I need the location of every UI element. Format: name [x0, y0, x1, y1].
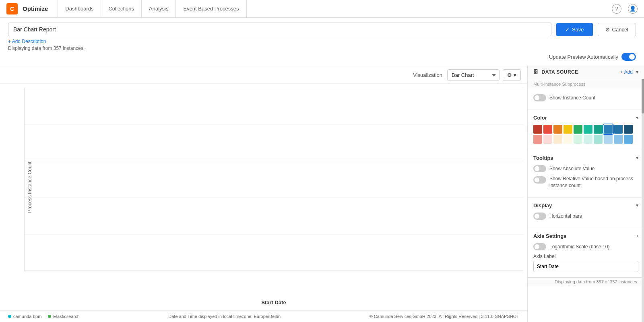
color-swatch[interactable] [594, 125, 603, 134]
color-section-title: Color [533, 115, 547, 121]
chevron-down-icon: ▾ [514, 72, 516, 78]
panel-header: 🗄 DATA SOURCE + Add ▾ [528, 65, 644, 79]
color-swatch[interactable] [553, 135, 562, 144]
color-swatch[interactable] [543, 125, 552, 134]
content-row: Visualization Bar Chart ⚙ ▾ Process Inst… [0, 65, 644, 322]
panel-header-right: + Add ▾ [620, 69, 638, 75]
cancel-button[interactable]: ⊘ Cancel [598, 23, 636, 36]
nav-event-based[interactable]: Event Based Processes [176, 0, 246, 17]
legend-dot-elasticsearch [48, 315, 51, 318]
color-swatch[interactable] [553, 125, 562, 134]
chart-footer: camunda-bpm Elasticsearch Date and Time … [0, 310, 527, 322]
color-swatch[interactable] [614, 135, 623, 144]
color-swatch[interactable] [574, 125, 582, 134]
legend-label-elasticsearch: Elasticsearch [53, 314, 79, 319]
tooltips-collapse-icon[interactable]: ▾ [636, 155, 638, 161]
bottom-status: Displaying data from 357 of 357 instance… [528, 277, 644, 286]
datasource-label: DATA SOURCE [542, 69, 578, 75]
gear-icon: ⚙ [507, 72, 512, 78]
color-swatch[interactable] [543, 135, 552, 144]
color-swatch[interactable] [584, 135, 592, 144]
show-absolute-toggle[interactable] [533, 165, 546, 172]
tooltips-section-title: Tooltips [533, 155, 553, 161]
topnav-actions: ? 👤 [612, 4, 638, 14]
show-absolute-label: Show Absolute Value [549, 166, 595, 171]
logarithmic-toggle[interactable] [533, 243, 546, 250]
bar-chart-svg: 0 1 2 3 4 5 [24, 88, 523, 286]
legend-camunda: camunda-bpm [8, 314, 41, 319]
axis-settings-expand-icon[interactable]: › [637, 233, 638, 238]
color-swatch[interactable] [594, 135, 603, 144]
scrollbar[interactable] [642, 65, 644, 322]
color-swatch[interactable] [614, 125, 623, 134]
footer-legend: camunda-bpm Elasticsearch [8, 314, 80, 319]
legend-dot-camunda [8, 315, 11, 318]
viz-controls: Visualization Bar Chart ⚙ ▾ [0, 65, 527, 84]
show-relative-label: Show Relative Value based on process ins… [549, 175, 638, 189]
cancel-icon: ⊘ [605, 27, 610, 33]
app-logo: C [6, 3, 18, 14]
display-section: Display ▾ Horizontal bars [528, 198, 644, 228]
expand-icon[interactable]: ▾ [636, 69, 638, 75]
app-brand: Optimize [23, 5, 48, 12]
show-relative-toggle[interactable] [533, 176, 546, 184]
viz-label: Visualization [413, 72, 442, 78]
viz-gear-button[interactable]: ⚙ ▾ [503, 69, 521, 81]
x-axis-label: Start Date [261, 299, 286, 305]
color-swatch[interactable] [584, 125, 592, 134]
color-swatch[interactable] [533, 135, 542, 144]
topnav: C Optimize Dashboards Collections Analys… [0, 0, 644, 18]
main-area: ✓ Save ⊘ Cancel + Add Description Displa… [0, 18, 644, 322]
timezone-note: Date and Time displayed in local timezon… [168, 314, 281, 319]
color-swatch[interactable] [624, 135, 633, 144]
right-panel: 🗄 DATA SOURCE + Add ▾ Multi-Instance Sub… [527, 65, 644, 322]
tooltips-section: Tooltips ▾ Show Absolute Value Show Rela… [528, 150, 644, 198]
user-icon[interactable]: 👤 [628, 4, 638, 14]
show-instance-count-section: Show Instance Count [528, 89, 644, 110]
color-swatch[interactable] [624, 125, 633, 134]
datasource-icon: 🗄 [533, 69, 539, 75]
horizontal-bars-toggle[interactable] [533, 213, 546, 220]
nav-analysis[interactable]: Analysis [142, 0, 176, 17]
legend-label-camunda: camunda-bpm [13, 314, 41, 319]
chart-area: Visualization Bar Chart ⚙ ▾ Process Inst… [0, 65, 527, 322]
display-collapse-icon[interactable]: ▾ [636, 203, 638, 208]
color-swatch[interactable] [564, 125, 572, 134]
legend-elasticsearch: Elasticsearch [48, 314, 79, 319]
report-header: ✓ Save ⊘ Cancel + Add Description Displa… [0, 18, 644, 65]
subheader-text: Multi-Instance Subprocess [528, 79, 644, 89]
preview-label: Update Preview Automatically [549, 54, 618, 60]
add-description-link[interactable]: + Add Description [8, 39, 46, 44]
chart-container: Process Instance Count Start Date 0 [0, 84, 527, 310]
color-swatch[interactable] [574, 135, 582, 144]
horizontal-bars-label: Horizontal bars [549, 213, 582, 219]
color-swatch[interactable] [604, 125, 613, 134]
viz-select[interactable]: Bar Chart [447, 69, 500, 81]
color-swatch[interactable] [604, 135, 613, 144]
save-button[interactable]: ✓ Save [556, 23, 593, 36]
color-swatch[interactable] [533, 125, 542, 134]
nav-collections[interactable]: Collections [101, 0, 142, 17]
check-icon: ✓ [565, 27, 570, 33]
data-info: Displaying data from 357 instances. [8, 45, 636, 51]
report-title-input[interactable] [8, 23, 551, 36]
help-icon[interactable]: ? [612, 4, 621, 14]
show-instance-count-toggle[interactable] [533, 94, 546, 101]
color-section: Color ▾ [528, 110, 644, 150]
panel-header-left: 🗄 DATA SOURCE [533, 69, 578, 75]
color-swatch[interactable] [564, 135, 572, 144]
display-section-title: Display [533, 202, 552, 208]
chart-inner: Process Instance Count Start Date 0 [24, 88, 523, 286]
nav-dashboards[interactable]: Dashboards [58, 0, 101, 17]
color-collapse-icon[interactable]: ▾ [636, 115, 638, 120]
logarithmic-label: Logarithmic Scale (base 10) [549, 244, 609, 250]
axis-label-title: Axis Label [533, 254, 638, 259]
add-datasource-btn[interactable]: + Add [620, 69, 633, 75]
y-axis-label: Process Instance Count [27, 161, 33, 213]
axis-settings-title: Axis Settings [533, 233, 566, 239]
axis-label-input[interactable] [533, 261, 638, 272]
color-swatches [533, 125, 638, 144]
nav-links: Dashboards Collections Analysis Event Ba… [58, 0, 246, 17]
show-instance-count-label: Show Instance Count [549, 95, 595, 101]
preview-toggle[interactable] [621, 53, 636, 61]
